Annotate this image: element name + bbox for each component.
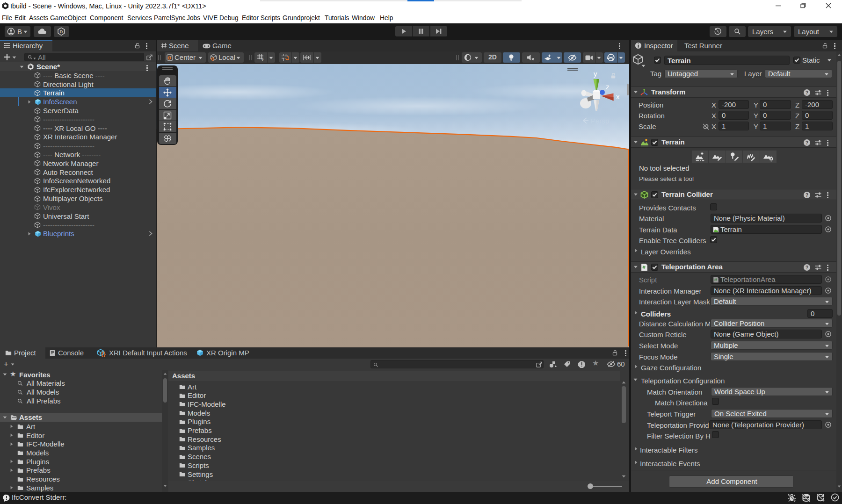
- svg-text:?: ?: [806, 265, 808, 270]
- svg-text:z: z: [606, 83, 610, 91]
- svg-text:?: ?: [806, 193, 808, 198]
- svg-text:Y: Y: [261, 58, 264, 61]
- svg-text:?: ?: [806, 140, 808, 145]
- svg-text:D: D: [60, 29, 63, 34]
- svg-text:?: ?: [806, 90, 808, 95]
- svg-text:x: x: [616, 93, 620, 101]
- svg-text:y: y: [594, 70, 597, 78]
